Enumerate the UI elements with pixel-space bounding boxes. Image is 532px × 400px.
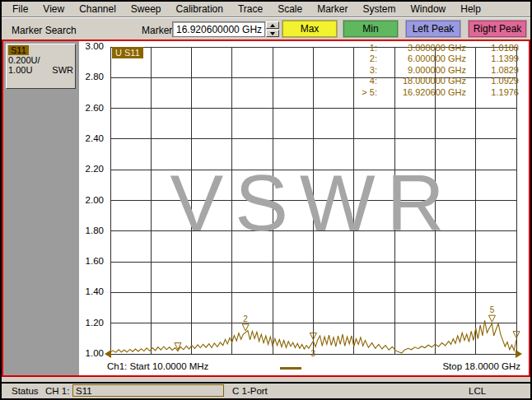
- y-axis-tick-label: 1.40: [77, 286, 104, 296]
- marker-frequency: 9.000000 GHz: [408, 65, 466, 76]
- trace-color-legend: [280, 367, 301, 370]
- active-trace-badge: U S11: [112, 47, 143, 58]
- marker-search-toolbar: Marker Search Marker 5 MaxMinLeft PeakRi…: [2, 17, 530, 40]
- menu-item-channel[interactable]: Channel: [72, 2, 124, 16]
- status-bar: Status CH 1: S11 C 1-Port LCL: [2, 382, 530, 398]
- toolbar-title: Marker Search: [12, 25, 77, 36]
- menu-item-system[interactable]: System: [356, 2, 404, 16]
- cal-status-label: C 1-Port: [232, 386, 268, 396]
- y-axis-tick-label: 2.80: [77, 72, 104, 81]
- stepper-up-button[interactable]: [266, 21, 279, 29]
- vswr-watermark: VSWR: [147, 163, 479, 243]
- y-axis-tick-label: 2.60: [77, 103, 104, 113]
- y-axis-tick-label: 1.20: [77, 318, 104, 328]
- up-arrow-icon: [270, 24, 275, 27]
- right-peak-button[interactable]: Right Peak: [469, 21, 526, 37]
- y-axis-tick-label: 1.80: [77, 226, 104, 235]
- marker-frequency: 3.000000 GHz: [408, 43, 466, 53]
- menu-item-sweep[interactable]: Sweep: [124, 2, 169, 16]
- menu-item-trace[interactable]: Trace: [231, 2, 270, 16]
- y-axis-tick-label: 1.60: [77, 256, 104, 266]
- left-peak-button[interactable]: Left Peak: [406, 21, 460, 37]
- min-button[interactable]: Min: [343, 21, 398, 37]
- marker-number: 2:: [370, 53, 377, 64]
- marker-readout-table: 1:3.000000 GHz1.01802:6.000000 GHz1.1399…: [313, 43, 519, 98]
- marker-value: 1.1976: [491, 87, 519, 98]
- marker-value: 1.1399: [491, 53, 519, 64]
- y-axis-tick-label: 1.00: [77, 348, 104, 358]
- marker-frequency: 18.000000 GHz: [403, 76, 466, 86]
- marker-frequency: 6.000000 GHz: [408, 53, 466, 64]
- menu-item-window[interactable]: Window: [404, 2, 454, 16]
- trace-format-label: SWR: [52, 65, 73, 75]
- trace-status-panel[interactable]: S11 0.200U/ 1.00U SWR: [6, 44, 76, 89]
- y-axis-tick-label: 2.40: [77, 133, 104, 143]
- menu-item-help[interactable]: Help: [453, 2, 488, 16]
- menu-item-marker[interactable]: Marker: [310, 2, 355, 16]
- menu-item-scale[interactable]: Scale: [270, 2, 310, 16]
- marker-number: 1:: [370, 43, 377, 53]
- trace-name-badge[interactable]: S11: [8, 45, 29, 55]
- marker-number: 3:: [370, 65, 377, 76]
- trace-reference-label: 1.00U: [8, 65, 32, 75]
- sweep-stop-label: Stop 18.0000 GHz: [442, 361, 520, 371]
- stepper-down-button[interactable]: [266, 30, 279, 37]
- menu-item-view[interactable]: View: [35, 2, 72, 16]
- measurement-box: S11: [72, 384, 224, 397]
- menu-item-file[interactable]: File: [5, 2, 35, 16]
- marker-value: 1.0180: [491, 43, 519, 53]
- sweep-start-label: Ch1: Start 10.0000 MHz: [107, 361, 208, 371]
- menu-bar: FileViewChannelSweepCalibrationTraceScal…: [2, 2, 530, 17]
- max-button[interactable]: Max: [282, 21, 337, 37]
- menu-item-calibration[interactable]: Calibration: [169, 2, 231, 16]
- down-arrow-icon: [270, 32, 275, 35]
- marker-value: 1.0829: [491, 65, 519, 76]
- trace-sidebar: S11 0.200U/ 1.00U SWR: [3, 41, 79, 375]
- marker-frequency: 16.920600 GHz: [403, 87, 466, 98]
- marker-number: 4:: [370, 76, 377, 86]
- y-axis-tick-label: 2.20: [77, 164, 104, 174]
- marker-frequency-input[interactable]: [172, 21, 265, 37]
- channel-label: CH 1:: [45, 386, 69, 396]
- y-axis-tick-label: 3.00: [77, 41, 104, 51]
- trace-scale-label: 0.200U/: [8, 55, 73, 65]
- lcl-mode-label: LCL: [469, 386, 486, 396]
- marker-value: 1.0929: [491, 76, 519, 86]
- marker-number: > 5:: [362, 87, 377, 98]
- vna-app-window: { "colors": { "chrome": "#d4d0c8", "disp…: [0, 0, 532, 400]
- status-label: Status: [12, 386, 39, 396]
- y-axis-tick-label: 2.00: [77, 195, 104, 205]
- marker-frequency-stepper: [266, 21, 279, 37]
